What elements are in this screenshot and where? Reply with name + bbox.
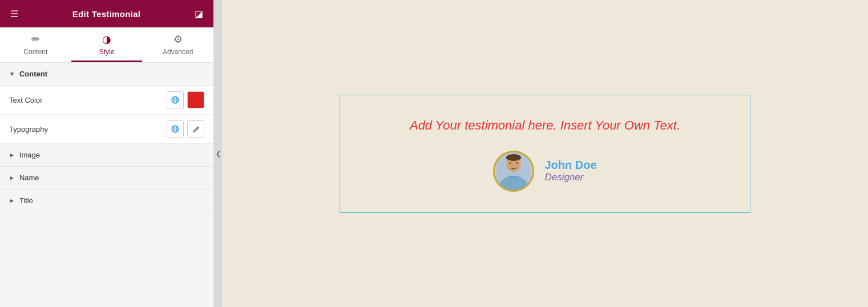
tab-content[interactable]: ✏ Content — [0, 27, 71, 62]
section-image-header[interactable]: ► Image — [0, 144, 213, 167]
typography-pencil-btn[interactable] — [187, 120, 204, 138]
text-color-label: Text Color — [9, 96, 43, 104]
hamburger-icon[interactable]: ☰ — [10, 9, 18, 19]
typography-controls — [167, 120, 204, 138]
text-color-controls — [167, 91, 204, 108]
globe-icon — [171, 96, 179, 104]
section-content-arrow: ▼ — [9, 71, 15, 77]
testimonial-text: Add Your testimonial here. Insert Your O… — [368, 116, 722, 135]
section-name-label: Name — [19, 173, 39, 182]
section-content-label: Content — [19, 70, 47, 78]
content-tab-icon: ✏ — [31, 33, 40, 46]
section-name-header[interactable]: ► Name — [0, 167, 213, 189]
style-tab-label: Style — [99, 48, 115, 56]
advanced-tab-icon: ⚙ — [173, 33, 183, 46]
globe-icon-2 — [171, 125, 179, 133]
text-color-globe-btn[interactable] — [167, 91, 184, 108]
testimonial-author: John Doe Designer — [368, 151, 722, 192]
canvas: Add Your testimonial here. Insert Your O… — [222, 0, 868, 307]
text-color-swatch[interactable] — [187, 91, 204, 108]
tab-style[interactable]: ◑ Style — [71, 27, 143, 62]
advanced-tab-label: Advanced — [163, 48, 193, 56]
text-color-row: Text Color — [0, 86, 213, 115]
grid-icon[interactable]: ◪ — [195, 9, 203, 19]
collapse-chevron: ❮ — [216, 150, 221, 157]
typography-globe-btn[interactable] — [167, 120, 184, 138]
page-title: Edit Testimonial — [72, 9, 141, 19]
section-content-body: Text Color — [0, 86, 213, 144]
avatar-image — [496, 152, 531, 191]
tab-bar: ✏ Content ◑ Style ⚙ Advanced — [0, 27, 213, 63]
section-image-label: Image — [19, 151, 40, 159]
svg-point-13 — [509, 162, 511, 164]
author-avatar — [493, 151, 534, 192]
sidebar: ☰ Edit Testimonial ◪ ✏ Content ◑ Style ⚙… — [0, 0, 214, 307]
content-tab-label: Content — [23, 48, 47, 56]
section-image-arrow: ► — [9, 152, 15, 158]
section-title-arrow: ► — [9, 197, 15, 204]
testimonial-widget: Add Your testimonial here. Insert Your O… — [340, 95, 750, 213]
author-name: John Doe — [544, 159, 596, 172]
svg-point-14 — [516, 162, 518, 164]
sidebar-collapse-handle[interactable]: ❮ — [214, 0, 222, 307]
style-tab-icon: ◑ — [102, 33, 111, 46]
sidebar-header: ☰ Edit Testimonial ◪ — [0, 0, 213, 27]
typography-row: Typography — [0, 115, 213, 144]
tab-advanced[interactable]: ⚙ Advanced — [142, 27, 213, 62]
typography-label: Typography — [9, 125, 48, 134]
author-info: John Doe Designer — [544, 159, 596, 183]
section-name-arrow: ► — [9, 175, 15, 181]
pencil-icon — [192, 126, 200, 133]
section-title-label: Title — [19, 196, 33, 205]
section-title-header[interactable]: ► Title — [0, 189, 213, 212]
sidebar-body: ▼ Content Text Color — [0, 63, 213, 307]
section-content-header[interactable]: ▼ Content — [0, 63, 213, 86]
author-title-label: Designer — [544, 172, 596, 183]
